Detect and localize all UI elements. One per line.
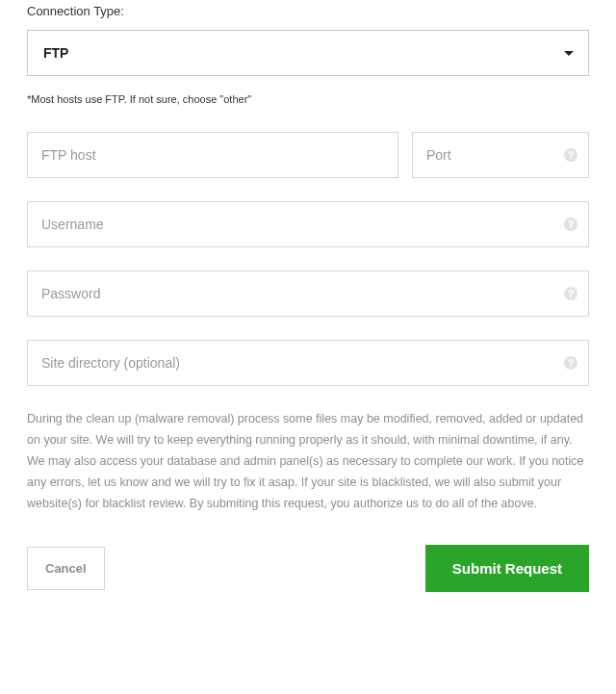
- ftp-host-field-wrapper: [27, 132, 398, 178]
- help-icon[interactable]: ?: [563, 217, 578, 232]
- submit-button[interactable]: Submit Request: [425, 545, 589, 592]
- connection-type-select[interactable]: FTP: [27, 30, 589, 76]
- username-field[interactable]: [28, 202, 588, 246]
- password-field[interactable]: [28, 271, 588, 316]
- port-field[interactable]: [413, 133, 588, 177]
- disclosure-text: During the clean up (malware removal) pr…: [27, 409, 589, 514]
- button-row: Cancel Submit Request: [27, 545, 589, 592]
- help-icon[interactable]: ?: [563, 286, 578, 301]
- ftp-host-field[interactable]: [28, 133, 398, 177]
- svg-text:?: ?: [568, 357, 575, 369]
- svg-text:?: ?: [568, 218, 575, 230]
- cancel-button[interactable]: Cancel: [27, 547, 105, 590]
- username-field-wrapper: ?: [27, 201, 589, 247]
- site-directory-field[interactable]: [28, 341, 588, 385]
- site-directory-field-wrapper: ?: [27, 340, 589, 386]
- svg-text:?: ?: [568, 288, 575, 299]
- help-icon[interactable]: ?: [563, 147, 578, 163]
- connection-type-value: FTP: [43, 45, 68, 61]
- port-field-wrapper: ?: [412, 132, 589, 178]
- svg-text:?: ?: [568, 149, 575, 161]
- connection-type-hint: *Most hosts use FTP. If not sure, choose…: [27, 93, 589, 105]
- password-field-wrapper: ?: [27, 270, 589, 317]
- connection-type-label: Connection Type:: [27, 4, 589, 18]
- help-icon[interactable]: ?: [563, 355, 578, 371]
- chevron-down-icon: [563, 44, 575, 62]
